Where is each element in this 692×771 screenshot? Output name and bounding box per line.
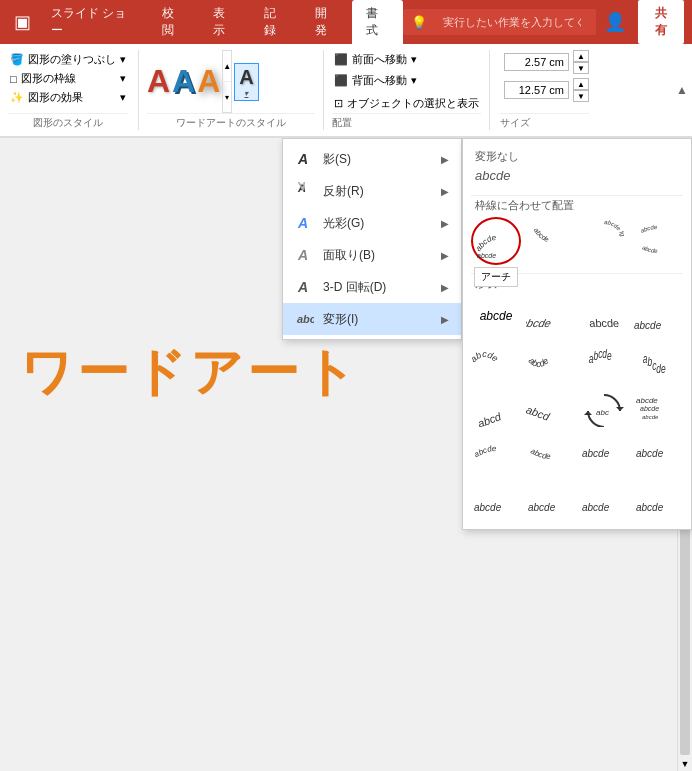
transform-circle[interactable]: abcde fg — [579, 217, 629, 265]
shape-row-1: abcde abcde abcde abcde — [471, 295, 683, 337]
svg-text:abcde: abcde — [636, 448, 664, 459]
front-dropdown[interactable]: ▾ — [411, 53, 417, 66]
outline-icon: □ — [10, 73, 17, 85]
glow-submenu-arrow: ▶ — [441, 218, 449, 229]
shape-wave-down[interactable]: abcde — [525, 341, 575, 383]
shape-flat[interactable]: abcde — [471, 295, 521, 337]
svg-text:abcde fg: abcde fg — [604, 220, 626, 238]
bevel-menu-item[interactable]: A 面取り(B) ▶ — [283, 239, 461, 271]
share-button[interactable]: 共有 — [638, 0, 684, 44]
reflection-menu-item[interactable]: A A 反射(R) ▶ — [283, 175, 461, 207]
shape-fill-button[interactable]: 🪣 図形の塗りつぶし ▾ — [8, 50, 128, 69]
path-transform-grid: abcde abcde アーチ abcde — [471, 217, 683, 265]
width-spinner[interactable]: ▲ ▼ — [573, 78, 589, 102]
ribbon-scroll-right[interactable]: ▲ — [676, 46, 692, 134]
fill-dropdown-arrow[interactable]: ▾ — [120, 53, 126, 66]
shape-inflate2[interactable]: abcde — [579, 433, 629, 475]
wordart-text[interactable]: ワードアート — [20, 338, 360, 408]
height-up[interactable]: ▲ — [573, 50, 589, 62]
height-input[interactable] — [504, 53, 569, 71]
effect-icon: ✨ — [10, 91, 24, 104]
select-objects-button[interactable]: ⊡ オブジェクトの選択と表示 — [332, 94, 481, 113]
height-down[interactable]: ▼ — [573, 62, 589, 74]
wordart-styles-dropdown[interactable]: ▲ ▾ — [222, 50, 232, 113]
shape-stacked[interactable]: abcde abcde abcde — [633, 387, 683, 429]
shape-inflate[interactable]: abcde — [471, 433, 521, 475]
svg-text:abcde: abcde — [527, 355, 551, 369]
shape-deflate2[interactable]: abcde — [633, 433, 683, 475]
shape-mix4[interactable]: abcde — [633, 479, 683, 521]
tab-develop[interactable]: 開発 — [301, 0, 352, 44]
transform-arc-down[interactable]: abcde — [525, 217, 575, 265]
tab-review[interactable]: 校閲 — [148, 0, 199, 44]
svg-text:abcde: abcde — [474, 502, 502, 513]
bevel-submenu-arrow: ▶ — [441, 250, 449, 261]
shape-mix2[interactable]: abcde — [525, 479, 575, 521]
svg-marker-24 — [584, 411, 592, 415]
scroll-down[interactable]: ▼ — [678, 757, 692, 771]
svg-text:abcde: abcde — [589, 348, 612, 366]
back-dropdown[interactable]: ▾ — [411, 74, 417, 87]
shape-tilt-both[interactable]: abcde — [633, 295, 683, 337]
svg-text:A: A — [297, 279, 308, 295]
shape-diag2[interactable]: abcd — [525, 387, 575, 429]
shape-wave-up[interactable]: abcde — [471, 341, 521, 383]
ribbon-tabs: ▣ スライド ショー 校閲 表示 記録 開発 書式 — [8, 0, 403, 44]
width-input[interactable] — [504, 81, 569, 99]
svg-text:abcde: abcde — [474, 233, 497, 253]
wordart-style-3[interactable]: A — [197, 63, 220, 100]
shape-small-up[interactable]: abcde — [579, 341, 629, 383]
svg-text:abcde: abcde — [634, 320, 662, 331]
transform-submenu: 変形なし abcde 枠線に合わせて配置 abcde abcde — [462, 138, 692, 530]
svg-text:A: A — [297, 182, 306, 192]
effect-dropdown-arrow[interactable]: ▾ — [120, 91, 126, 104]
shadow-menu-item[interactable]: A 影(S) ▶ — [283, 143, 461, 175]
text-effects-button[interactable]: A ▾ — [234, 63, 258, 101]
wordart-style-2[interactable]: A — [172, 63, 195, 100]
svg-text:abcde: abcde — [636, 396, 658, 405]
divider3 — [489, 50, 490, 130]
shape-deflate[interactable]: abcde — [525, 433, 575, 475]
effects-menu: A 影(S) ▶ A A 反射(R) ▶ — [282, 138, 462, 340]
shape-mix3[interactable]: abcde — [579, 479, 629, 521]
height-spinner[interactable]: ▲ ▼ — [573, 50, 589, 74]
tab-format[interactable]: 書式 — [352, 0, 403, 44]
transform-menu-item[interactable]: abc 変形(I) ▶ — [283, 303, 461, 335]
shape-circle2[interactable]: abc — [579, 387, 629, 429]
bevel-icon: A — [295, 245, 315, 265]
tab-record[interactable]: 記録 — [250, 0, 301, 44]
shape-row-5: abcde abcde abcde abcde — [471, 479, 683, 521]
shape-diag1[interactable]: abcd — [471, 387, 521, 429]
reflection-icon: A A — [295, 181, 315, 201]
search-input[interactable] — [433, 12, 591, 32]
shape-tilt-left[interactable]: abcde — [579, 295, 629, 337]
front-button[interactable]: ⬛ 前面へ移動 ▾ — [332, 50, 419, 69]
divider1 — [138, 50, 139, 130]
shape-small-down[interactable]: abcde — [633, 341, 683, 383]
select-icon: ⊡ — [334, 97, 343, 110]
3d-rotate-menu-item[interactable]: A 3-D 回転(D) ▶ — [283, 271, 461, 303]
size-group: ▲ ▼ ▲ ▼ サイズ — [492, 46, 597, 134]
shape-effect-button[interactable]: ✨ 図形の効果 ▾ — [8, 88, 128, 107]
transform-submenu-arrow: ▶ — [441, 314, 449, 325]
svg-text:abcde: abcde — [582, 502, 610, 513]
width-up[interactable]: ▲ — [573, 78, 589, 90]
width-down[interactable]: ▼ — [573, 90, 589, 102]
wordart-styles-group: A A A ▲ ▾ A ▾ ワードアートのスタイル — [141, 46, 321, 134]
shape-mix1[interactable]: abcde — [471, 479, 521, 521]
wordart-style-1[interactable]: A — [147, 63, 170, 100]
transform-arc-up[interactable]: abcde abcde アーチ — [471, 217, 521, 265]
ribbon-top-bar: ▣ スライド ショー 校閲 表示 記録 開発 書式 💡 👤 共有 — [0, 0, 692, 44]
glow-menu-item[interactable]: A 光彩(G) ▶ — [283, 207, 461, 239]
transform-button[interactable]: abcde abcde — [633, 217, 683, 265]
outline-dropdown-arrow[interactable]: ▾ — [120, 72, 126, 85]
svg-text:abcd: abcd — [476, 410, 503, 427]
back-button[interactable]: ⬛ 背面へ移動 ▾ — [332, 71, 419, 90]
tab-home[interactable]: ▣ — [8, 0, 37, 44]
shape-outline-button[interactable]: □ 図形の枠線 ▾ — [8, 69, 128, 88]
tab-slideshow[interactable]: スライド ショー — [37, 0, 148, 44]
shape-tilt-right[interactable]: abcde — [525, 295, 575, 337]
tab-view[interactable]: 表示 — [199, 0, 250, 44]
svg-text:abcde: abcde — [533, 227, 550, 243]
ribbon-section: 🪣 図形の塗りつぶし ▾ □ 図形の枠線 ▾ ✨ 図形の効果 ▾ 図形のスタイル — [0, 44, 692, 138]
